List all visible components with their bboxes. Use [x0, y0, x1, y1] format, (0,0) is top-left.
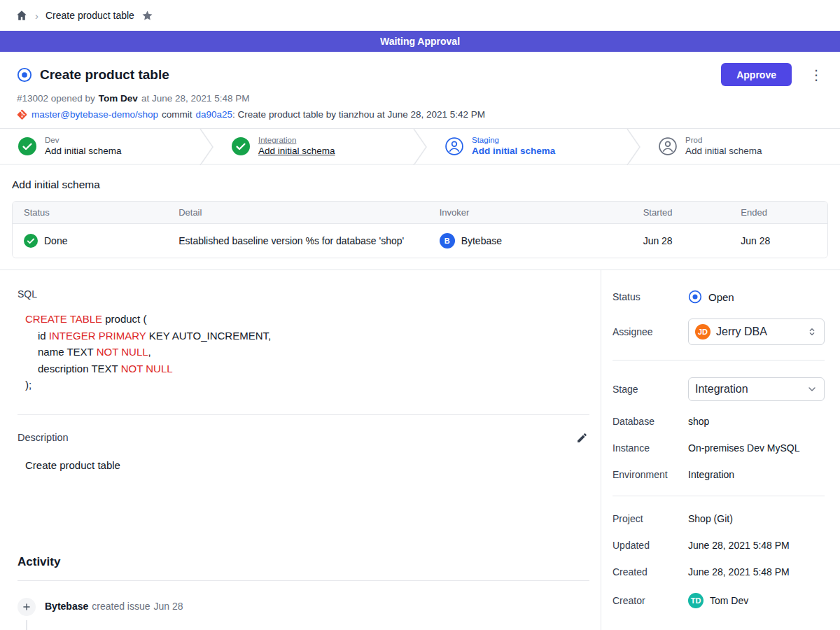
activity-time: Jun 28: [154, 601, 183, 612]
sql-text: ,: [148, 346, 151, 358]
divider: [612, 360, 825, 360]
avatar: B: [440, 233, 455, 248]
commit-repo-link[interactable]: master@bytebase-demo/shop: [31, 109, 158, 120]
favorite-star-icon[interactable]: [141, 10, 153, 22]
stage-done-icon: [232, 137, 250, 155]
divider: [18, 414, 589, 415]
sql-keyword: CREATE TABLE: [25, 313, 102, 325]
task-section-title: Add initial schema: [12, 178, 828, 191]
stage-select-value: Integration: [695, 383, 748, 396]
status-label: Status: [612, 291, 688, 302]
description-label: Description: [18, 432, 69, 443]
issue-detail-panel: SQL CREATE TABLE product ( id INTEGER PR…: [0, 270, 601, 630]
pipeline-stage-prod[interactable]: Prod Add initial schema: [640, 129, 840, 164]
sidebar-row-database: Database shop: [612, 416, 825, 427]
updown-chevron-icon: [806, 326, 818, 337]
sql-text: id: [38, 330, 49, 342]
stage-person-icon: [445, 137, 463, 155]
commit-row: master@bytebase-demo/shop commit da90a25…: [17, 109, 823, 120]
open-issue-icon: [17, 67, 32, 83]
timeline-line: [26, 620, 27, 630]
activity-actor: Bytebase: [45, 601, 88, 612]
pipeline-stage-integration[interactable]: Integration Add initial schema: [214, 129, 413, 164]
sql-text: description TEXT: [38, 363, 121, 374]
waiting-approval-banner: Waiting Approval: [0, 31, 840, 52]
assignee-name: Jerry DBA: [716, 326, 767, 338]
assignee-select[interactable]: JD Jerry DBA: [688, 318, 825, 345]
sql-text: product (: [102, 313, 146, 325]
pipeline-stage-staging[interactable]: Staging Add initial schema: [427, 129, 626, 164]
stage-task-label: Add initial schema: [472, 146, 555, 158]
stage-task-label[interactable]: Add initial schema: [258, 146, 335, 158]
project-label: Project: [612, 513, 688, 524]
stage-done-icon: [18, 137, 36, 155]
sidebar-row-environment: Environment Integration: [612, 469, 825, 480]
column-header-status: Status: [13, 202, 167, 224]
sidebar-row-updated: Updated June 28, 2021 5:48 PM: [612, 540, 825, 551]
breadcrumb-separator-icon: ›: [35, 10, 38, 22]
created-value: June 28, 2021 5:48 PM: [688, 566, 825, 578]
status-value: Open: [708, 291, 734, 303]
breadcrumb: › Create product table: [0, 0, 840, 31]
task-table: Status Detail Invoker Started Ended Done: [12, 201, 828, 258]
stage-separator-icon: [626, 129, 640, 165]
task-status: Done: [44, 235, 67, 246]
sql-keyword: NOT NULL: [121, 363, 173, 374]
breadcrumb-page-title: Create product table: [46, 10, 134, 21]
column-header-ended: Ended: [729, 202, 827, 224]
project-value: Shop (Git): [688, 513, 825, 524]
task-section: Add initial schema Status Detail Invoker…: [0, 164, 840, 270]
sql-label: SQL: [18, 288, 589, 300]
issue-header: Create product table Approve ⋮ #13002 op…: [0, 52, 840, 128]
approve-button[interactable]: Approve: [721, 63, 792, 86]
database-label: Database: [612, 416, 688, 427]
sidebar-row-stage: Stage Integration: [612, 377, 825, 401]
creator-label: Creator: [612, 595, 688, 606]
task-detail: Established baseline version %s for data…: [167, 224, 428, 258]
issue-author: Tom Dev: [99, 93, 138, 104]
instance-value: On-premises Dev MySQL: [688, 442, 825, 454]
description-text: Create product table: [25, 459, 589, 471]
stage-env-label: Dev: [45, 135, 122, 145]
git-icon: [17, 109, 27, 120]
sql-code-block: CREATE TABLE product ( id INTEGER PRIMAR…: [25, 311, 589, 393]
sql-keyword: INTEGER PRIMARY: [49, 330, 146, 342]
sql-text: KEY AUTO_INCREMENT,: [146, 330, 271, 342]
stage-separator-icon: [200, 129, 214, 165]
task-invoker: Bytebase: [461, 235, 502, 246]
created-label: Created: [612, 566, 688, 578]
task-done-icon: [24, 234, 38, 248]
commit-hash-link[interactable]: da90a25: [196, 109, 233, 120]
stage-env-label: Staging: [472, 135, 555, 145]
sidebar-row-project: Project Shop (Git): [612, 513, 825, 524]
stage-select[interactable]: Integration: [688, 377, 825, 401]
commit-word: commit: [162, 109, 192, 120]
sql-text: name TEXT: [38, 346, 97, 358]
environment-value: Integration: [688, 469, 825, 480]
stage-task-label: Add initial schema: [45, 146, 122, 158]
stage-task-label: Add initial schema: [685, 146, 762, 158]
stage-label: Stage: [612, 384, 688, 395]
sidebar-row-instance: Instance On-premises Dev MySQL: [612, 442, 825, 454]
home-icon[interactable]: [15, 9, 28, 22]
pipeline-stage-bar: Dev Add initial schema Integration Add i…: [0, 128, 840, 164]
sidebar-row-created: Created June 28, 2021 5:48 PM: [612, 566, 825, 578]
stage-env-label: Prod: [685, 135, 762, 145]
pipeline-stage-dev[interactable]: Dev Add initial schema: [0, 129, 200, 164]
open-status-icon: [688, 290, 702, 304]
task-started: Jun 28: [632, 224, 730, 258]
edit-pencil-icon[interactable]: [575, 430, 589, 445]
task-ended: Jun 28: [729, 224, 827, 258]
stage-separator-icon: [413, 129, 427, 165]
database-value: shop: [688, 416, 825, 427]
column-header-started: Started: [632, 202, 730, 224]
updated-label: Updated: [612, 540, 688, 551]
activity-entry: Bytebase created issue Jun 28: [18, 598, 589, 630]
column-header-invoker: Invoker: [428, 202, 632, 224]
sidebar-row-assignee: Assignee JD Jerry DBA: [612, 318, 825, 345]
avatar: JD: [695, 324, 710, 340]
more-actions-icon[interactable]: ⋮: [809, 68, 823, 82]
table-row[interactable]: Done Established baseline version %s for…: [13, 224, 827, 258]
stage-env-label[interactable]: Integration: [258, 135, 335, 145]
updated-value: June 28, 2021 5:48 PM: [688, 540, 825, 551]
